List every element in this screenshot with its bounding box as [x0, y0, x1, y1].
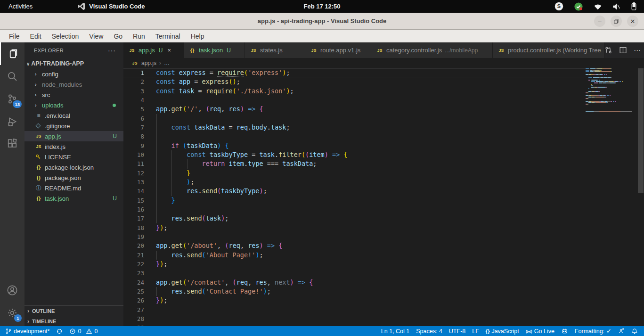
activitybar-search[interactable] [0, 65, 24, 88]
line-number[interactable]: 11 [123, 159, 144, 168]
code-line-16[interactable]: 16 [123, 205, 644, 214]
line-number[interactable]: 13 [123, 178, 144, 187]
statusbar-problems[interactable]: 00 [66, 326, 101, 336]
system-tray[interactable]: S [554, 2, 644, 11]
tab-app.js[interactable]: JSapp.jsU× [123, 42, 184, 58]
line-number[interactable]: 26 [123, 296, 144, 305]
tree-item-task.json[interactable]: {}task.jsonU [24, 193, 123, 204]
tree-item-package.json[interactable]: {}package.json [24, 172, 123, 183]
code-line-4[interactable]: 4 [123, 96, 644, 105]
code-line-24[interactable]: 24app.get('/contact', (req, res, next) =… [123, 278, 644, 287]
tree-item-.env.local[interactable]: ≡.env.local [24, 110, 123, 121]
line-number[interactable]: 24 [123, 278, 144, 287]
code-line-9[interactable]: 9 if (taskData) { [123, 141, 644, 150]
breadcrumb-file[interactable]: app.js [141, 60, 156, 66]
menu-terminal[interactable]: Terminal [150, 30, 186, 42]
code-line-11[interactable]: 11 return item.type === taskData; [123, 159, 644, 168]
notification-check-icon[interactable] [574, 2, 583, 11]
line-number[interactable]: 8 [123, 132, 144, 141]
menu-file[interactable]: File [4, 30, 25, 42]
code-line-15[interactable]: 15 } [123, 196, 644, 205]
activitybar-extensions[interactable] [0, 133, 24, 156]
line-number[interactable]: 27 [123, 305, 144, 314]
activities-button[interactable]: Activities [0, 0, 41, 13]
statusbar-encoding[interactable]: UTF-8 [446, 326, 469, 336]
line-number[interactable]: 18 [123, 223, 144, 232]
menu-go[interactable]: Go [108, 30, 128, 42]
line-number[interactable]: 1 [123, 68, 144, 77]
line-number[interactable]: 7 [123, 123, 144, 132]
line-number[interactable]: 15 [123, 196, 144, 205]
line-number[interactable]: 9 [123, 141, 144, 150]
code-line-5[interactable]: 5app.get('/', (req, res) => { [123, 105, 644, 114]
statusbar-formatting[interactable]: Formatting:✓ [571, 326, 615, 336]
code-line-6[interactable]: 6 [123, 114, 644, 123]
activitybar-settings[interactable]: 1 [0, 302, 24, 324]
line-number[interactable]: 5 [123, 105, 144, 114]
code-line-22[interactable]: 22}); [123, 260, 644, 269]
menu-view[interactable]: View [84, 30, 108, 42]
code-line-25[interactable]: 25 res.send('Contact Page!'); [123, 287, 644, 296]
tree-item-package-lock.json[interactable]: {}package-lock.json [24, 162, 123, 172]
code-line-13[interactable]: 13 ); [123, 178, 644, 187]
breadcrumb-symbol[interactable]: … [164, 60, 170, 66]
code-line-7[interactable]: 7 const taskData = req.body.task; [123, 123, 644, 132]
code-line-19[interactable]: 19 [123, 232, 644, 241]
line-number[interactable]: 28 [123, 314, 144, 323]
tab-category.controller.js[interactable]: JScategory.controller.js.../mobileApp [371, 42, 493, 58]
tree-item-node_modules[interactable]: ›node_modules [24, 79, 123, 90]
more-actions-icon[interactable]: ⋯ [634, 46, 641, 55]
section-outline[interactable]: ›OUTLINE [24, 305, 123, 316]
line-number[interactable]: 10 [123, 150, 144, 159]
code-line-20[interactable]: 20app.get('/about', (req, res) => { [123, 241, 644, 250]
restore-button[interactable] [611, 16, 622, 27]
code-line-18[interactable]: 18}); [123, 223, 644, 232]
statusbar-extension-robot[interactable] [558, 326, 571, 336]
code-line-1[interactable]: 1const express = require('express'); [123, 68, 644, 77]
line-number[interactable]: 20 [123, 241, 144, 250]
code-line-27[interactable]: 27 [123, 305, 644, 314]
line-number[interactable]: 17 [123, 214, 144, 223]
code-line-28[interactable]: 28 [123, 314, 644, 323]
code-line-23[interactable]: 23 [123, 269, 644, 278]
line-number[interactable]: 23 [123, 269, 144, 278]
tree-root-folder[interactable]: ∨ API-TRADING-APP [24, 58, 123, 69]
code-line-2[interactable]: 2const app = express(); [123, 77, 644, 86]
activitybar-source-control[interactable]: 13 [0, 88, 24, 110]
tree-item-.gitignore[interactable]: .gitignore [24, 121, 123, 131]
menu-run[interactable]: Run [128, 30, 150, 42]
tab-route.app.v1.js[interactable]: JSroute.app.v1.js [305, 42, 371, 58]
statusbar-eol[interactable]: LF [469, 326, 482, 336]
statusbar-feedback[interactable] [615, 326, 628, 336]
minimap[interactable] [586, 68, 637, 326]
line-number[interactable]: 19 [123, 232, 144, 241]
wifi-icon[interactable] [594, 3, 602, 10]
statusbar-language-mode[interactable]: {}JavaScript [482, 326, 522, 336]
tab-product.controller.js[interactable]: JSproduct.controller.js (Working Tree [493, 42, 604, 58]
battery-icon[interactable] [631, 2, 636, 10]
code-line-8[interactable]: 8 [123, 132, 644, 141]
code-line-26[interactable]: 26}); [123, 296, 644, 305]
statusbar-go-live[interactable]: Go Live [522, 326, 558, 336]
menu-selection[interactable]: Selection [47, 30, 84, 42]
tree-item-app.js[interactable]: JSapp.jsU [24, 131, 123, 141]
code-line-14[interactable]: 14 res.send(taskbyType); [123, 187, 644, 196]
statusbar-sync[interactable] [53, 326, 66, 336]
tab-task.json[interactable]: {}task.jsonU [184, 42, 245, 58]
tree-item-index.js[interactable]: JSindex.js [24, 141, 123, 152]
activitybar-explorer[interactable] [0, 42, 24, 65]
minimize-button[interactable]: – [594, 16, 605, 27]
code-editor[interactable]: 1const express = require('express');2con… [123, 68, 644, 326]
tree-item-uploads[interactable]: ›uploads [24, 100, 123, 110]
line-number[interactable]: 25 [123, 287, 144, 296]
statusbar-branch[interactable]: development* [2, 326, 53, 336]
breadcrumb[interactable]: JS app.js › … [123, 58, 644, 68]
statusbar-cursor-position[interactable]: Ln 1, Col 1 [378, 326, 413, 336]
code-line-17[interactable]: 17 res.send(task); [123, 214, 644, 223]
volume-muted-icon[interactable] [612, 3, 621, 10]
line-number[interactable]: 14 [123, 187, 144, 196]
tree-item-LICENSE[interactable]: LICENSE [24, 152, 123, 162]
split-editor-icon[interactable] [619, 46, 627, 54]
line-number[interactable]: 12 [123, 169, 144, 178]
line-number[interactable]: 2 [123, 77, 144, 86]
